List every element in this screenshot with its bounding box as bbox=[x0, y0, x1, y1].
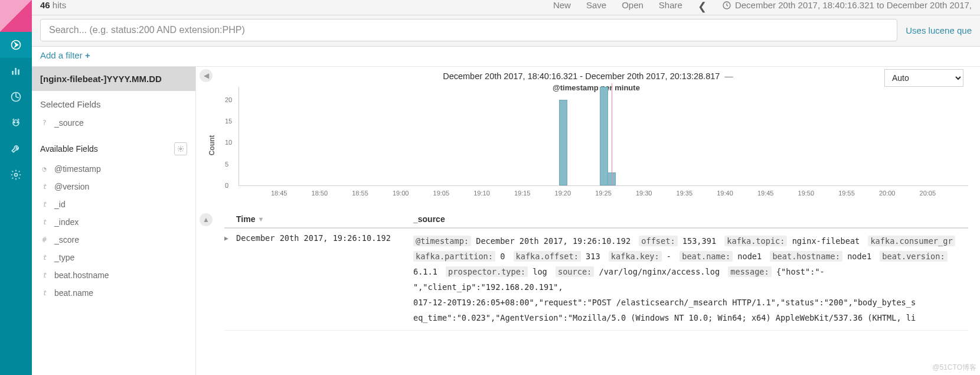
svg-rect-6 bbox=[18, 70, 19, 75]
scroll-up-button[interactable]: ▲ bbox=[200, 213, 213, 226]
histogram-bar[interactable] bbox=[600, 87, 608, 185]
kv-value: 6.1.1 bbox=[413, 267, 442, 276]
expand-row-button[interactable]: ▶ bbox=[224, 233, 236, 242]
svg-point-10 bbox=[17, 122, 18, 123]
time-prev-icon[interactable]: ❮ bbox=[698, 0, 707, 13]
kv-value: - bbox=[662, 252, 677, 261]
field-name: @version bbox=[54, 182, 89, 191]
chart-ylabel: Count bbox=[208, 135, 216, 156]
kv-key: kafka.topic: bbox=[724, 236, 787, 246]
selected-fields-title: Selected Fields bbox=[32, 91, 195, 114]
kv-key: prospector.type: bbox=[446, 266, 528, 277]
kv-key: message: bbox=[728, 266, 771, 277]
action-open[interactable]: Open bbox=[622, 0, 643, 10]
row-time: December 20th 2017, 19:26:10.192 bbox=[236, 233, 413, 243]
table-row: ▶December 20th 2017, 19:26:10.192 @times… bbox=[224, 229, 968, 331]
top-actions: New Save Open Share ❮ December 20th 2017… bbox=[553, 0, 972, 13]
xtick-label: 19:45 bbox=[757, 190, 774, 197]
ytick-label: 5 bbox=[225, 161, 228, 168]
field-item[interactable]: beat.name bbox=[32, 284, 195, 302]
field-item[interactable]: beat.hostname bbox=[32, 266, 195, 284]
xtick-label: 20:00 bbox=[879, 190, 896, 197]
field-name: @timestamp bbox=[54, 164, 101, 174]
ytick-label: 15 bbox=[225, 118, 232, 125]
action-share[interactable]: Share bbox=[659, 0, 682, 10]
xtick-label: 19:15 bbox=[514, 190, 531, 197]
xtick-label: 20:05 bbox=[920, 190, 936, 197]
svg-point-13 bbox=[180, 148, 182, 150]
histogram-chart[interactable]: Count 05101520 18:4518:5018:5519:0019:05… bbox=[224, 83, 968, 207]
xtick-label: 19:20 bbox=[555, 190, 571, 197]
documents-table: Time ▼ _source ▶December 20th 2017, 19:2… bbox=[224, 211, 968, 331]
field-name: beat.hostname bbox=[54, 270, 109, 280]
svg-marker-3 bbox=[15, 43, 18, 47]
field-item[interactable]: _source bbox=[32, 114, 195, 132]
nav-visualize-icon[interactable] bbox=[0, 58, 32, 84]
svg-rect-5 bbox=[15, 68, 17, 75]
field-type-icon bbox=[40, 236, 48, 244]
kv-key: kafka.key: bbox=[609, 251, 662, 262]
field-item[interactable]: _index bbox=[32, 213, 195, 231]
action-new[interactable]: New bbox=[553, 0, 571, 10]
search-input[interactable]: Search... (e.g. status:200 AND extension… bbox=[40, 19, 897, 41]
histogram-bar[interactable] bbox=[559, 100, 567, 185]
index-pattern-selector[interactable]: [nginx-filebeat-]YYYY.MM.DD bbox=[32, 67, 195, 91]
field-item[interactable]: @timestamp bbox=[32, 160, 195, 178]
ytick-label: 20 bbox=[225, 96, 232, 103]
field-name: _index bbox=[54, 217, 79, 227]
field-name: _id bbox=[54, 200, 66, 209]
row-source: @timestamp: December 20th 2017, 19:26:10… bbox=[413, 233, 968, 325]
field-type-icon bbox=[40, 165, 48, 173]
field-name: _score bbox=[54, 235, 79, 244]
field-type-icon bbox=[40, 119, 48, 127]
fields-settings-button[interactable] bbox=[174, 142, 187, 155]
field-name: beat.name bbox=[54, 288, 93, 298]
kv-value: log bbox=[528, 267, 552, 276]
col-time-header[interactable]: Time ▼ bbox=[236, 214, 413, 224]
xtick-label: 19:35 bbox=[677, 190, 693, 197]
ytick-label: 10 bbox=[225, 139, 232, 146]
time-picker[interactable]: December 20th 2017, 18:40:16.321 to Dece… bbox=[722, 0, 972, 10]
field-type-icon bbox=[40, 271, 48, 279]
field-type-icon bbox=[40, 200, 48, 208]
action-save[interactable]: Save bbox=[586, 0, 606, 10]
kibana-logo bbox=[0, 0, 32, 32]
xtick-label: 19:55 bbox=[838, 190, 855, 197]
field-name: _source bbox=[54, 118, 84, 128]
time-range-text: December 20th 2017, 18:40:16.321 to Dece… bbox=[735, 0, 972, 10]
clock-icon bbox=[722, 1, 731, 10]
xtick-label: 18:45 bbox=[271, 190, 288, 197]
add-filter-button[interactable]: Add a filter + bbox=[40, 50, 90, 60]
lucene-syntax-link[interactable]: Uses lucene que bbox=[906, 25, 972, 35]
kv-key: kafka.partition: bbox=[413, 251, 495, 262]
fields-sidebar: [nginx-filebeat-]YYYY.MM.DD Selected Fie… bbox=[32, 67, 196, 375]
kv-key: kafka.consumer_gr bbox=[868, 236, 955, 246]
filter-bar: Add a filter + bbox=[32, 47, 980, 67]
field-type-icon bbox=[40, 289, 48, 297]
kv-key: beat.version: bbox=[880, 251, 947, 262]
available-fields-title: Available Fields bbox=[40, 144, 98, 154]
field-item[interactable]: _type bbox=[32, 249, 195, 266]
xtick-label: 19:25 bbox=[595, 190, 612, 197]
nav-devtools-icon[interactable] bbox=[0, 136, 32, 162]
xtick-label: 19:30 bbox=[636, 190, 652, 197]
sort-desc-icon: ▼ bbox=[257, 216, 264, 223]
col-source-header[interactable]: _source bbox=[413, 214, 968, 224]
nav-discover-icon[interactable] bbox=[0, 32, 32, 58]
kv-value: 0 bbox=[495, 252, 510, 261]
nav-management-icon[interactable] bbox=[0, 162, 32, 188]
field-type-icon bbox=[40, 253, 48, 262]
xtick-label: 19:50 bbox=[798, 190, 815, 197]
kv-value: December 20th 2017, 19:26:10.192 bbox=[471, 236, 635, 246]
field-item[interactable]: _score bbox=[32, 231, 195, 249]
discover-content: ◀ ▲ December 20th 2017, 18:40:16.321 - D… bbox=[196, 67, 980, 375]
field-item[interactable]: @version bbox=[32, 178, 195, 195]
histogram-range-text: December 20th 2017, 18:40:16.321 - Decem… bbox=[443, 71, 720, 81]
xtick-label: 19:00 bbox=[393, 190, 409, 197]
kv-key: beat.name: bbox=[680, 251, 733, 262]
search-row: Search... (e.g. status:200 AND extension… bbox=[32, 15, 980, 47]
nav-dashboard-icon[interactable] bbox=[0, 84, 32, 110]
nav-timelion-icon[interactable] bbox=[0, 110, 32, 136]
kv-value: node1 bbox=[842, 252, 876, 261]
field-item[interactable]: _id bbox=[32, 195, 195, 213]
